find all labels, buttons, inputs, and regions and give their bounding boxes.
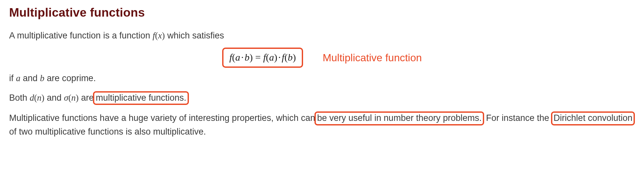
math-paren-open: (: [155, 31, 158, 40]
text: if: [9, 73, 16, 83]
text: are: [79, 93, 94, 103]
math-n: n: [37, 93, 42, 103]
math-b: b: [288, 52, 293, 63]
math-f: f: [282, 52, 284, 63]
highlight-dirichlet-convolution: Dirichlet convolution: [551, 111, 635, 125]
math-paren-close: ): [76, 93, 79, 103]
math-paren-close: ): [250, 52, 253, 63]
math-equals: =: [253, 52, 263, 63]
highlight-multiplicative-functions: multiplicative functions.: [93, 91, 189, 105]
math-paren-open: (: [232, 52, 235, 63]
section-heading: Multiplicative functions: [9, 4, 635, 22]
math-paren-open: (: [34, 93, 37, 103]
math-a: a: [16, 73, 21, 83]
math-a: a: [269, 52, 274, 63]
math-paren-open: (: [266, 52, 269, 63]
math-paren-close: ): [41, 93, 44, 103]
math-d: d: [30, 93, 34, 103]
highlight-useful-number-theory: be very useful in number theory problems…: [314, 111, 484, 125]
text: are coprime.: [44, 73, 96, 83]
math-cdot: ·: [240, 52, 245, 63]
math-f: f: [263, 52, 266, 63]
para-properties: Multiplicative functions have a huge var…: [9, 111, 635, 138]
math-paren-close: ): [162, 31, 165, 40]
math-paren-close: ): [293, 52, 296, 63]
text: and: [44, 93, 64, 103]
equation-label: Multiplicative function: [323, 50, 422, 65]
math-paren-close: ): [274, 52, 277, 63]
math-cdot: ·: [277, 52, 282, 63]
equation-box: f(a·b) = f(a)·f(b): [222, 48, 303, 68]
para-condition: if a and b are coprime.: [9, 72, 635, 85]
math-a: a: [235, 52, 240, 63]
equation-row: f(a·b) = f(a)·f(b) Multiplicative functi…: [9, 49, 635, 67]
math-paren-open: (: [284, 52, 288, 63]
text: of two multiplicative functions is also …: [9, 127, 206, 137]
math-x: x: [158, 31, 162, 40]
para-intro: A multiplicative function is a function …: [9, 29, 635, 42]
text: For instance the: [483, 113, 552, 123]
math-b: b: [245, 52, 250, 63]
text: and: [21, 73, 40, 83]
text: Both: [9, 93, 30, 103]
text: Multiplicative functions have a huge var…: [9, 113, 315, 123]
math-sigma: σ: [64, 93, 68, 103]
math-n: n: [71, 93, 76, 103]
text: which satisfies: [165, 31, 224, 40]
text: A multiplicative function is a function: [9, 31, 153, 40]
para-examples: Both d(n) and σ(n) are multiplicative fu…: [9, 91, 635, 105]
math-b: b: [40, 73, 45, 83]
